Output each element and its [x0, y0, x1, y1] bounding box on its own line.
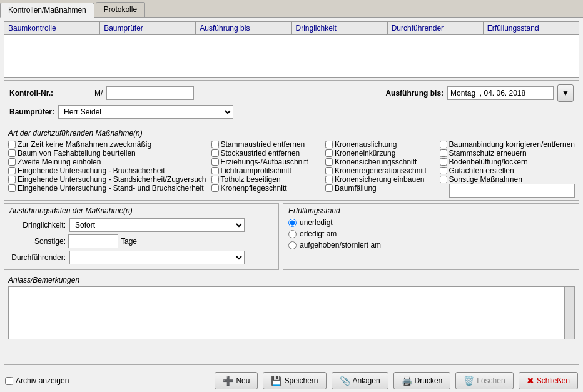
- checkbox-massnahme-10[interactable]: [211, 167, 219, 174]
- radio-unerledigt-label: unerledigt: [300, 218, 333, 227]
- neu-icon: ➕: [223, 376, 233, 386]
- checkbox-massnahme-11[interactable]: [211, 176, 219, 183]
- radio-aufgehoben-label: aufgehoben/storniert am: [300, 241, 381, 249]
- textarea-scrollbar[interactable]: [564, 287, 574, 339]
- top-table: Baumkontrolle Baumprüfer Ausführung bis …: [4, 21, 579, 78]
- anlass-textarea[interactable]: [9, 287, 574, 337]
- schliessen-button[interactable]: ✖ Schließen: [519, 372, 578, 389]
- kontroll-nr-label: Kontroll-Nr.:: [9, 89, 53, 98]
- list-item: Kronensicherungsschnitt: [325, 158, 435, 166]
- checkbox-massnahme-5[interactable]: [8, 176, 16, 183]
- dringlichkeit-select[interactable]: Sofort Kurzfristig Mittelfristig Langfri…: [69, 218, 245, 232]
- form-row-1: Kontroll-Nr.: M/ Ausführung bis: ▼: [9, 84, 574, 102]
- erfuellungsstand-title: Erfüllungsstand: [288, 206, 574, 215]
- list-item: Baum von Fachabteilung beurteilen: [8, 149, 206, 158]
- form-row-2: Baumprüfer: Herr Seidel: [9, 105, 574, 119]
- ausfuehrung-bis-label: Ausführung bis:: [385, 89, 444, 98]
- radio-unerledigt-input[interactable]: [288, 219, 297, 227]
- col-ausfuehrung: Ausführung bis: [196, 22, 292, 34]
- neu-button[interactable]: ➕ Neu: [215, 372, 258, 389]
- tab-bar: Kontrollen/Maßnahmen Protokolle: [0, 0, 583, 18]
- list-item: Baumfällung: [325, 184, 435, 193]
- top-table-header: Baumkontrolle Baumprüfer Ausführung bis …: [4, 22, 579, 35]
- list-item: Bodenbelüftung/lockern: [440, 158, 575, 166]
- anlass-section: Anlass/Bemerkungen: [4, 273, 579, 365]
- checkbox-massnahme-18[interactable]: [325, 184, 333, 192]
- radio-aufgehoben-input[interactable]: [288, 241, 297, 249]
- checkbox-massnahme-9[interactable]: [211, 158, 219, 166]
- list-item: Lichtraumprofilschnitt: [211, 166, 321, 175]
- drucken-icon: 🖨️: [402, 376, 412, 386]
- checkbox-massnahme-22[interactable]: [440, 167, 447, 174]
- radio-aufgehoben: aufgehoben/storniert am: [288, 241, 574, 249]
- sonstige-label: Sonstige:: [9, 237, 66, 246]
- checkbox-massnahme-8[interactable]: [211, 149, 219, 157]
- list-item: Kronenregenerationsschnitt: [325, 166, 435, 175]
- checkbox-massnahme-16[interactable]: [325, 167, 333, 174]
- checkbox-massnahme-6[interactable]: [8, 184, 16, 192]
- erfuellungsstand-section: Erfüllungsstand unerledigt erledigt am a…: [283, 203, 579, 270]
- list-item: Kronenauslichtung: [325, 140, 435, 149]
- top-table-body: [4, 35, 579, 76]
- speichern-button[interactable]: 💾 Speichern: [263, 372, 326, 389]
- checkbox-massnahme-13[interactable]: [325, 141, 333, 148]
- tage-label: Tage: [121, 237, 137, 246]
- speichern-label: Speichern: [284, 376, 318, 385]
- ausfuehrung-row-sonstige: Sonstige: Tage: [9, 234, 273, 248]
- list-item: Kronensicherung einbauen: [325, 175, 435, 184]
- checkbox-massnahme-19[interactable]: [440, 141, 447, 148]
- checkbox-massnahme-20[interactable]: [440, 149, 447, 157]
- massnahmen-col4: Baumanbindung korrigieren/entfernen Stam…: [440, 140, 575, 198]
- drucken-button[interactable]: 🖨️ Drucken: [393, 372, 451, 389]
- radio-erledigt-input[interactable]: [288, 230, 297, 238]
- schliessen-label: Schließen: [537, 376, 570, 385]
- loeschen-label: Löschen: [477, 376, 505, 385]
- anlagen-button[interactable]: 📎 Anlagen: [332, 372, 388, 389]
- checkbox-massnahme-21[interactable]: [440, 158, 447, 166]
- checkbox-massnahme-23[interactable]: [440, 176, 447, 183]
- durchfuehrender-select[interactable]: [69, 251, 245, 264]
- ausfuehrung-bis-input[interactable]: [447, 86, 554, 100]
- massnahmen-col1: Zur Zeit keine Maßnahmen zweckmäßig Baum…: [8, 140, 206, 198]
- form-section: Kontroll-Nr.: M/ Ausführung bis: ▼ Baump…: [4, 80, 579, 123]
- list-item: Kronenpflegeschnitt: [211, 184, 321, 193]
- radio-unerledigt: unerledigt: [288, 218, 574, 227]
- anlass-title: Anlass/Bemerkungen: [8, 276, 575, 284]
- checkbox-massnahme-3[interactable]: [8, 158, 16, 166]
- baumpruefer-label: Baumprüfer:: [9, 108, 54, 116]
- sonstige-input[interactable]: [68, 234, 118, 248]
- list-item: Totholz beseitigen: [211, 175, 321, 184]
- checkbox-massnahme-12[interactable]: [211, 184, 219, 192]
- list-item: Stockaustried entfernen: [211, 149, 321, 158]
- checkbox-massnahme-14[interactable]: [325, 149, 333, 157]
- archiv-checkbox[interactable]: [5, 377, 13, 385]
- list-item: [440, 184, 575, 198]
- checkbox-massnahme-2[interactable]: [8, 149, 16, 157]
- radio-erledigt: erledigt am: [288, 229, 574, 238]
- anlass-textarea-wrapper: [8, 286, 575, 339]
- kontroll-nr-input[interactable]: [106, 86, 194, 100]
- checkbox-massnahme-7[interactable]: [211, 141, 219, 148]
- list-item: Kroneneinkürzung: [325, 149, 435, 158]
- checkbox-massnahme-1[interactable]: [8, 141, 16, 148]
- loeschen-icon: 🗑️: [464, 376, 474, 386]
- list-item: Baumanbindung korrigieren/entfernen: [440, 140, 575, 149]
- ausfuehrung-calendar-btn[interactable]: ▼: [557, 84, 574, 102]
- list-item: Eingehende Untersuchung - Bruchsicherhei…: [8, 166, 206, 175]
- checkbox-massnahme-4[interactable]: [8, 167, 16, 174]
- col-baumkontrolle: Baumkontrolle: [4, 22, 100, 34]
- ausfuehrung-row-durchfuehrender: Durchführender:: [9, 251, 273, 264]
- baumpruefer-select[interactable]: Herr Seidel: [58, 105, 233, 119]
- col-erfuellungsstand: Erfüllungsstand: [484, 22, 579, 34]
- tab-protokolle[interactable]: Protokolle: [96, 2, 145, 17]
- m-label: M/: [94, 89, 103, 98]
- tab-kontrollen[interactable]: Kontrollen/Maßnahmen: [0, 3, 94, 18]
- ausfuehrung-section: Ausführungsdaten der Maßnahme(n) Dringli…: [4, 203, 279, 270]
- checkbox-massnahme-17[interactable]: [325, 176, 333, 183]
- checkbox-massnahme-15[interactable]: [325, 158, 333, 166]
- sonstige-massnahmen-input[interactable]: [449, 184, 575, 198]
- massnahmen-title: Art der durchzuführenden Maßnahme(n): [8, 129, 575, 138]
- loeschen-button[interactable]: 🗑️ Löschen: [455, 372, 513, 389]
- list-item: Erziehungs-/Aufbauschnitt: [211, 158, 321, 166]
- list-item: Gutachten erstellen: [440, 166, 575, 175]
